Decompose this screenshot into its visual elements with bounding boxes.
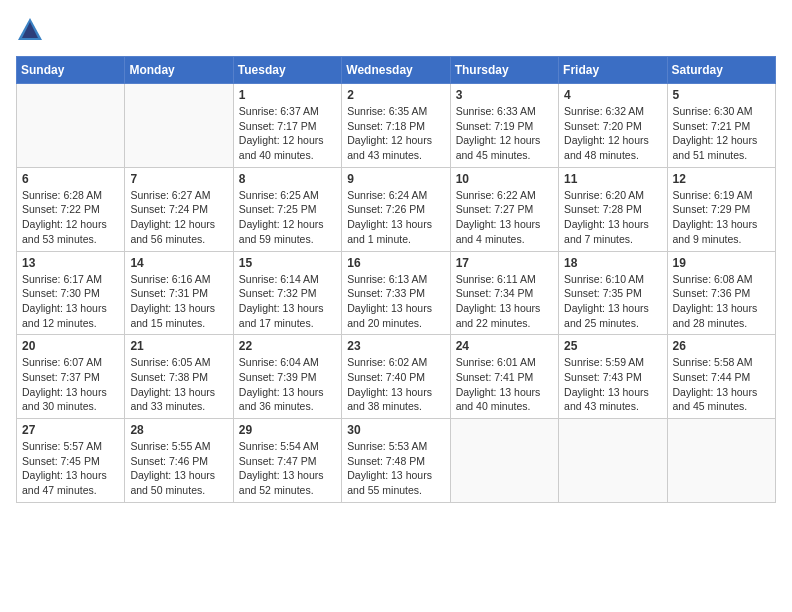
cell-content: Sunrise: 6:13 AM Sunset: 7:33 PM Dayligh… — [347, 272, 444, 331]
calendar-cell: 6Sunrise: 6:28 AM Sunset: 7:22 PM Daylig… — [17, 167, 125, 251]
calendar-cell: 18Sunrise: 6:10 AM Sunset: 7:35 PM Dayli… — [559, 251, 667, 335]
weekday-header: Monday — [125, 57, 233, 84]
calendar-body: 1Sunrise: 6:37 AM Sunset: 7:17 PM Daylig… — [17, 84, 776, 503]
day-number: 18 — [564, 256, 661, 270]
cell-content: Sunrise: 6:27 AM Sunset: 7:24 PM Dayligh… — [130, 188, 227, 247]
calendar-cell: 24Sunrise: 6:01 AM Sunset: 7:41 PM Dayli… — [450, 335, 558, 419]
day-number: 24 — [456, 339, 553, 353]
day-number: 28 — [130, 423, 227, 437]
calendar-cell: 2Sunrise: 6:35 AM Sunset: 7:18 PM Daylig… — [342, 84, 450, 168]
calendar-cell: 13Sunrise: 6:17 AM Sunset: 7:30 PM Dayli… — [17, 251, 125, 335]
day-number: 8 — [239, 172, 336, 186]
weekday-header: Wednesday — [342, 57, 450, 84]
cell-content: Sunrise: 5:55 AM Sunset: 7:46 PM Dayligh… — [130, 439, 227, 498]
calendar-cell — [17, 84, 125, 168]
day-number: 10 — [456, 172, 553, 186]
day-number: 9 — [347, 172, 444, 186]
cell-content: Sunrise: 6:32 AM Sunset: 7:20 PM Dayligh… — [564, 104, 661, 163]
day-number: 21 — [130, 339, 227, 353]
cell-content: Sunrise: 6:25 AM Sunset: 7:25 PM Dayligh… — [239, 188, 336, 247]
cell-content: Sunrise: 6:33 AM Sunset: 7:19 PM Dayligh… — [456, 104, 553, 163]
calendar-cell: 1Sunrise: 6:37 AM Sunset: 7:17 PM Daylig… — [233, 84, 341, 168]
calendar-cell: 4Sunrise: 6:32 AM Sunset: 7:20 PM Daylig… — [559, 84, 667, 168]
calendar-cell: 12Sunrise: 6:19 AM Sunset: 7:29 PM Dayli… — [667, 167, 775, 251]
logo-icon — [16, 16, 44, 44]
day-number: 12 — [673, 172, 770, 186]
cell-content: Sunrise: 6:35 AM Sunset: 7:18 PM Dayligh… — [347, 104, 444, 163]
cell-content: Sunrise: 6:20 AM Sunset: 7:28 PM Dayligh… — [564, 188, 661, 247]
cell-content: Sunrise: 6:30 AM Sunset: 7:21 PM Dayligh… — [673, 104, 770, 163]
cell-content: Sunrise: 6:05 AM Sunset: 7:38 PM Dayligh… — [130, 355, 227, 414]
calendar-cell — [450, 419, 558, 503]
day-number: 25 — [564, 339, 661, 353]
day-number: 22 — [239, 339, 336, 353]
cell-content: Sunrise: 5:57 AM Sunset: 7:45 PM Dayligh… — [22, 439, 119, 498]
calendar-cell: 17Sunrise: 6:11 AM Sunset: 7:34 PM Dayli… — [450, 251, 558, 335]
day-number: 27 — [22, 423, 119, 437]
calendar-week-row: 27Sunrise: 5:57 AM Sunset: 7:45 PM Dayli… — [17, 419, 776, 503]
page-header — [16, 16, 776, 44]
calendar-week-row: 6Sunrise: 6:28 AM Sunset: 7:22 PM Daylig… — [17, 167, 776, 251]
cell-content: Sunrise: 6:01 AM Sunset: 7:41 PM Dayligh… — [456, 355, 553, 414]
calendar-cell: 30Sunrise: 5:53 AM Sunset: 7:48 PM Dayli… — [342, 419, 450, 503]
cell-content: Sunrise: 6:24 AM Sunset: 7:26 PM Dayligh… — [347, 188, 444, 247]
day-number: 1 — [239, 88, 336, 102]
calendar-cell: 3Sunrise: 6:33 AM Sunset: 7:19 PM Daylig… — [450, 84, 558, 168]
calendar-cell — [667, 419, 775, 503]
cell-content: Sunrise: 6:04 AM Sunset: 7:39 PM Dayligh… — [239, 355, 336, 414]
day-number: 11 — [564, 172, 661, 186]
calendar-cell: 9Sunrise: 6:24 AM Sunset: 7:26 PM Daylig… — [342, 167, 450, 251]
cell-content: Sunrise: 5:59 AM Sunset: 7:43 PM Dayligh… — [564, 355, 661, 414]
day-number: 7 — [130, 172, 227, 186]
calendar-cell: 11Sunrise: 6:20 AM Sunset: 7:28 PM Dayli… — [559, 167, 667, 251]
day-number: 20 — [22, 339, 119, 353]
cell-content: Sunrise: 6:22 AM Sunset: 7:27 PM Dayligh… — [456, 188, 553, 247]
calendar-cell — [559, 419, 667, 503]
day-number: 16 — [347, 256, 444, 270]
cell-content: Sunrise: 6:19 AM Sunset: 7:29 PM Dayligh… — [673, 188, 770, 247]
calendar-cell: 20Sunrise: 6:07 AM Sunset: 7:37 PM Dayli… — [17, 335, 125, 419]
weekday-header: Tuesday — [233, 57, 341, 84]
day-number: 26 — [673, 339, 770, 353]
calendar-cell: 7Sunrise: 6:27 AM Sunset: 7:24 PM Daylig… — [125, 167, 233, 251]
day-number: 19 — [673, 256, 770, 270]
weekday-header: Saturday — [667, 57, 775, 84]
calendar-cell: 10Sunrise: 6:22 AM Sunset: 7:27 PM Dayli… — [450, 167, 558, 251]
cell-content: Sunrise: 6:17 AM Sunset: 7:30 PM Dayligh… — [22, 272, 119, 331]
calendar-cell: 22Sunrise: 6:04 AM Sunset: 7:39 PM Dayli… — [233, 335, 341, 419]
cell-content: Sunrise: 6:28 AM Sunset: 7:22 PM Dayligh… — [22, 188, 119, 247]
cell-content: Sunrise: 6:02 AM Sunset: 7:40 PM Dayligh… — [347, 355, 444, 414]
day-number: 30 — [347, 423, 444, 437]
day-number: 29 — [239, 423, 336, 437]
day-number: 2 — [347, 88, 444, 102]
calendar-cell: 19Sunrise: 6:08 AM Sunset: 7:36 PM Dayli… — [667, 251, 775, 335]
logo — [16, 16, 50, 44]
calendar-cell: 29Sunrise: 5:54 AM Sunset: 7:47 PM Dayli… — [233, 419, 341, 503]
cell-content: Sunrise: 6:10 AM Sunset: 7:35 PM Dayligh… — [564, 272, 661, 331]
day-number: 13 — [22, 256, 119, 270]
cell-content: Sunrise: 6:07 AM Sunset: 7:37 PM Dayligh… — [22, 355, 119, 414]
calendar-cell: 28Sunrise: 5:55 AM Sunset: 7:46 PM Dayli… — [125, 419, 233, 503]
calendar-week-row: 20Sunrise: 6:07 AM Sunset: 7:37 PM Dayli… — [17, 335, 776, 419]
weekday-header: Thursday — [450, 57, 558, 84]
weekday-header-row: SundayMondayTuesdayWednesdayThursdayFrid… — [17, 57, 776, 84]
calendar-cell — [125, 84, 233, 168]
day-number: 3 — [456, 88, 553, 102]
calendar-cell: 21Sunrise: 6:05 AM Sunset: 7:38 PM Dayli… — [125, 335, 233, 419]
calendar-cell: 16Sunrise: 6:13 AM Sunset: 7:33 PM Dayli… — [342, 251, 450, 335]
calendar-cell: 8Sunrise: 6:25 AM Sunset: 7:25 PM Daylig… — [233, 167, 341, 251]
weekday-header: Friday — [559, 57, 667, 84]
day-number: 4 — [564, 88, 661, 102]
calendar-table: SundayMondayTuesdayWednesdayThursdayFrid… — [16, 56, 776, 503]
day-number: 17 — [456, 256, 553, 270]
cell-content: Sunrise: 5:54 AM Sunset: 7:47 PM Dayligh… — [239, 439, 336, 498]
calendar-cell: 15Sunrise: 6:14 AM Sunset: 7:32 PM Dayli… — [233, 251, 341, 335]
calendar-cell: 14Sunrise: 6:16 AM Sunset: 7:31 PM Dayli… — [125, 251, 233, 335]
cell-content: Sunrise: 5:53 AM Sunset: 7:48 PM Dayligh… — [347, 439, 444, 498]
calendar-cell: 25Sunrise: 5:59 AM Sunset: 7:43 PM Dayli… — [559, 335, 667, 419]
cell-content: Sunrise: 6:08 AM Sunset: 7:36 PM Dayligh… — [673, 272, 770, 331]
day-number: 14 — [130, 256, 227, 270]
cell-content: Sunrise: 6:16 AM Sunset: 7:31 PM Dayligh… — [130, 272, 227, 331]
calendar-cell: 27Sunrise: 5:57 AM Sunset: 7:45 PM Dayli… — [17, 419, 125, 503]
day-number: 6 — [22, 172, 119, 186]
